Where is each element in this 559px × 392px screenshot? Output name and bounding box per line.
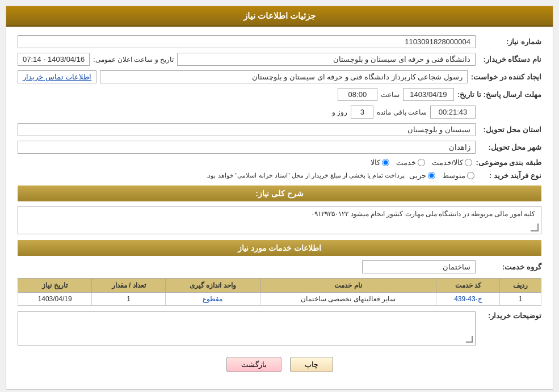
page-wrapper: جزئیات اطلاعات نیاز شماره نیاز: 11030918…: [0, 0, 559, 392]
buyer-org-label: نام دستگاه خریدار:: [479, 55, 541, 64]
radio-kala-khedmat-label: کالا/خدمت: [432, 158, 464, 167]
radio-motavaset-label: متوسط: [442, 171, 465, 180]
description-section-header: شرح کلی نیاز:: [18, 186, 541, 201]
remaining-label: روز و: [332, 108, 347, 116]
process-row: نوع فرآیند خرید : متوسط جزیی پرداخت تمام…: [18, 171, 541, 180]
page-title: جزئیات اطلاعات نیاز: [243, 11, 316, 20]
buyer-org-row: نام دستگاه خریدار: دانشگاه فنی و حرفه ای…: [18, 53, 541, 66]
buyer-org-value: دانشگاه فنی و حرفه ای سیستان و بلوچستان: [177, 53, 476, 66]
need-number-row: شماره نیاز: 1103091828000004: [18, 35, 541, 48]
need-number-label: شماره نیاز:: [479, 37, 541, 46]
table-header-row: ردیف: [500, 279, 541, 293]
radio-kala-label: کالا: [371, 158, 380, 167]
announce-value: 1403/04/16 - 07:14: [18, 53, 90, 66]
remaining-time: 00:21:43: [430, 106, 476, 119]
cell-qty-1: 1: [92, 293, 166, 306]
radio-khedmat-label: خدمت: [396, 158, 416, 167]
province-row: استان محل تحویل: سیستان و بلوچستان: [18, 123, 541, 136]
card-body: شماره نیاز: 1103091828000004 نام دستگاه …: [6, 27, 553, 389]
deadline-row: مهلت ارسال پاسخ: تا تاریخ: 1403/04/19 سا…: [18, 88, 541, 101]
province-value: سیستان و بلوچستان: [18, 123, 476, 136]
table-header-qty: تعداد / مقدار: [92, 279, 166, 293]
buyer-desc-row: توضیحات خریدار:: [18, 311, 541, 345]
service-group-row: گروه خدمت: ساختمان: [18, 260, 541, 273]
cell-row-1: 1: [500, 293, 541, 306]
cell-name-1: سایر فعالیتهای تخصصی ساختمان: [260, 293, 436, 306]
process-radio-jozi: جزیی: [409, 171, 435, 180]
table-header-unit: واحد اندازه گیری: [166, 279, 260, 293]
description-value: کلیه امور مالی مربوطه در دانشگاه ملی مها…: [311, 210, 535, 218]
radio-khedmat[interactable]: [418, 159, 425, 166]
deadline-time: 08:00: [338, 88, 377, 101]
category-radio-group: کالا/خدمت خدمت کالا: [371, 158, 473, 167]
table-row: 1 ج-43-439 سایر فعالیتهای تخصصی ساختمان …: [18, 293, 541, 306]
description-section-title: شرح کلی نیاز:: [255, 189, 303, 198]
category-label: طبقه بندی موضوعی:: [476, 158, 541, 167]
service-group-label: گروه خدمت:: [479, 263, 541, 271]
need-number-value: 1103091828000004: [18, 35, 476, 48]
deadline-time-label: ساعت: [381, 91, 400, 99]
contact-link[interactable]: اطلاعات تماس خریدار: [18, 70, 96, 83]
cell-code-1: ج-43-439: [436, 293, 500, 306]
process-radio-group: متوسط جزیی: [409, 171, 474, 180]
main-card: جزئیات اطلاعات نیاز شماره نیاز: 11030918…: [6, 6, 553, 390]
buyer-desc-label: توضیحات خریدار:: [479, 311, 541, 320]
radio-motavaset[interactable]: [467, 172, 474, 179]
service-table: ردیف کد خدمت نام خدمت واحد اندازه گیری ت…: [18, 278, 541, 306]
table-header-code: کد خدمت: [436, 279, 500, 293]
print-button[interactable]: چاپ: [290, 357, 333, 372]
creator-label: ایجاد کننده در خواست:: [471, 73, 541, 81]
table-header-name: نام خدمت: [260, 279, 436, 293]
category-radio-kala-khedmat: کالا/خدمت: [432, 158, 473, 167]
remaining-days: 3: [351, 106, 373, 119]
radio-jozi-label: جزیی: [409, 171, 426, 180]
cell-unit-1: مقطوع: [166, 293, 260, 306]
radio-kala-khedmat[interactable]: [465, 159, 472, 166]
creator-value: رسول شجاعی کاربرداز دانشگاه فنی و حرفه ا…: [100, 70, 468, 83]
service-group-value: ساختمان: [362, 260, 476, 273]
deadline-label: مهلت ارسال پاسخ: تا تاریخ:: [457, 90, 541, 99]
process-note: پرداخت تمام یا بخشی از مبلغ خریدار از مح…: [206, 172, 405, 179]
buyer-desc-box[interactable]: [18, 311, 476, 345]
footer-buttons: چاپ بازگشت: [18, 351, 541, 381]
remaining-row: 00:21:43 ساعت باقی مانده 3 روز و: [18, 106, 541, 119]
service-section-title: اطلاعات خدمات مورد نیاز: [238, 243, 322, 252]
category-row: طبقه بندی موضوعی: کالا/خدمت خدمت کالا: [18, 158, 541, 167]
service-section-header: اطلاعات خدمات مورد نیاز: [18, 240, 541, 256]
category-radio-khedmat: خدمت: [396, 158, 425, 167]
city-value: زاهدان: [18, 141, 476, 154]
remaining-time-label: ساعت باقی مانده: [377, 108, 427, 116]
card-header: جزئیات اطلاعات نیاز: [6, 6, 553, 27]
process-label: نوع فرآیند خرید :: [479, 171, 541, 180]
creator-row: ایجاد کننده در خواست: رسول شجاعی کاربردا…: [18, 70, 541, 83]
cell-date-1: 1403/04/19: [18, 293, 92, 306]
description-box: کلیه امور مالی مربوطه در دانشگاه ملی مها…: [18, 206, 541, 234]
radio-jozi[interactable]: [428, 172, 435, 179]
back-button[interactable]: بازگشت: [226, 357, 281, 372]
city-row: شهر محل تحویل: زاهدان: [18, 141, 541, 154]
province-label: استان محل تحویل:: [479, 125, 541, 134]
category-radio-kala: کالا: [371, 158, 389, 167]
announce-label: تاریخ و ساعت اعلان عمومی:: [93, 56, 174, 64]
city-label: شهر محل تحویل:: [479, 143, 541, 151]
radio-kala[interactable]: [382, 159, 389, 166]
process-radio-motavaset: متوسط: [442, 171, 474, 180]
table-header-date: تاریخ نیاز: [18, 279, 92, 293]
deadline-date: 1403/04/19: [403, 88, 454, 101]
